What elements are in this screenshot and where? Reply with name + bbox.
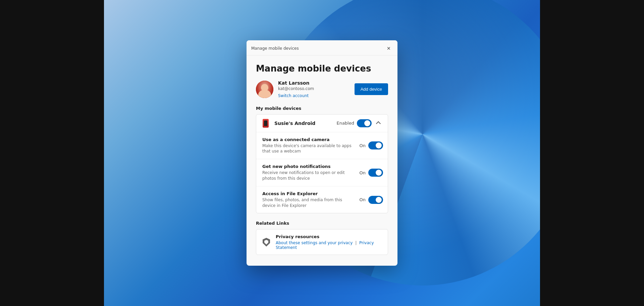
avatar bbox=[256, 81, 273, 98]
toggle-thumb bbox=[364, 120, 370, 126]
toggle-thumb bbox=[376, 170, 382, 176]
photos-state-label: On bbox=[360, 170, 366, 175]
phone-icon bbox=[263, 119, 269, 128]
privacy-settings-link[interactable]: About these settings and your privacy bbox=[276, 241, 353, 245]
setting-desc-file-explorer: Show files, photos, and media from this … bbox=[262, 197, 356, 209]
device-header: Susie's Android Enabled bbox=[256, 115, 388, 132]
related-links-label: Related Links bbox=[256, 221, 388, 226]
toggle-thumb bbox=[376, 197, 382, 203]
account-email: kat@contoso.com bbox=[278, 86, 355, 91]
camera-toggle[interactable] bbox=[368, 141, 383, 149]
file-explorer-toggle-group: On bbox=[360, 196, 383, 204]
setting-desc-camera: Make this device's camera available to a… bbox=[262, 143, 356, 155]
collapse-button[interactable] bbox=[374, 119, 383, 128]
setting-title-file-explorer: Access in File Explorer bbox=[262, 191, 356, 196]
switch-account-link[interactable]: Switch account bbox=[278, 93, 309, 98]
dialog-title-bar-text: Manage mobile devices bbox=[251, 46, 299, 51]
file-explorer-state-label: On bbox=[360, 197, 366, 202]
shield-inner bbox=[264, 240, 268, 245]
file-explorer-toggle[interactable] bbox=[368, 196, 383, 204]
desktop-right-panel bbox=[540, 0, 644, 306]
my-devices-label: My mobile devices bbox=[256, 106, 388, 111]
setting-desc-photos: Receive new notifications to open or edi… bbox=[262, 170, 356, 181]
device-card: Susie's Android Enabled bbox=[256, 114, 388, 214]
setting-info-camera: Use as a connected camera Make this devi… bbox=[262, 137, 356, 155]
setting-title-photos: Get new photo notifications bbox=[262, 164, 356, 169]
privacy-link-content: Privacy resources About these settings a… bbox=[276, 234, 382, 250]
desktop-background: Manage mobile devices ✕ Manage mobile de… bbox=[104, 0, 540, 306]
link-separator: | bbox=[355, 241, 357, 245]
camera-toggle-group: On bbox=[360, 141, 383, 149]
setting-title-camera: Use as a connected camera bbox=[262, 137, 356, 142]
setting-info-file-explorer: Access in File Explorer Show files, phot… bbox=[262, 191, 356, 209]
account-name: Kat Larsson bbox=[278, 80, 355, 86]
shield-icon bbox=[262, 237, 271, 247]
privacy-link-card: Privacy resources About these settings a… bbox=[256, 229, 388, 255]
photos-toggle-group: On bbox=[360, 169, 383, 177]
manage-mobile-devices-dialog: Manage mobile devices ✕ Manage mobile de… bbox=[247, 40, 397, 266]
close-button[interactable]: ✕ bbox=[384, 44, 393, 53]
setting-row-photos: Get new photo notifications Receive new … bbox=[256, 159, 388, 186]
enabled-label: Enabled bbox=[336, 121, 354, 126]
photos-toggle[interactable] bbox=[368, 169, 383, 177]
shield-shape bbox=[263, 238, 270, 247]
dialog-body: Manage mobile devices Kat Larsson kat@co… bbox=[247, 55, 397, 266]
add-device-button[interactable]: Add device bbox=[355, 83, 388, 95]
account-info: Kat Larsson kat@contoso.com Switch accou… bbox=[278, 80, 355, 98]
desktop-left-panel bbox=[0, 0, 104, 306]
avatar-image bbox=[256, 81, 273, 98]
camera-state-label: On bbox=[360, 143, 366, 148]
dialog-title-bar: Manage mobile devices ✕ bbox=[247, 40, 397, 55]
device-name: Susie's Android bbox=[274, 121, 336, 126]
page-title: Manage mobile devices bbox=[256, 63, 388, 74]
setting-row-camera: Use as a connected camera Make this devi… bbox=[256, 132, 388, 160]
privacy-title: Privacy resources bbox=[276, 234, 382, 239]
chevron-up-icon bbox=[376, 121, 381, 126]
setting-info-photos: Get new photo notifications Receive new … bbox=[262, 164, 356, 181]
device-icon bbox=[261, 119, 270, 128]
privacy-links: About these settings and your privacy | … bbox=[276, 241, 382, 250]
setting-row-file-explorer: Access in File Explorer Show files, phot… bbox=[256, 186, 388, 213]
account-section: Kat Larsson kat@contoso.com Switch accou… bbox=[256, 80, 388, 98]
device-enabled-toggle[interactable] bbox=[357, 119, 372, 127]
